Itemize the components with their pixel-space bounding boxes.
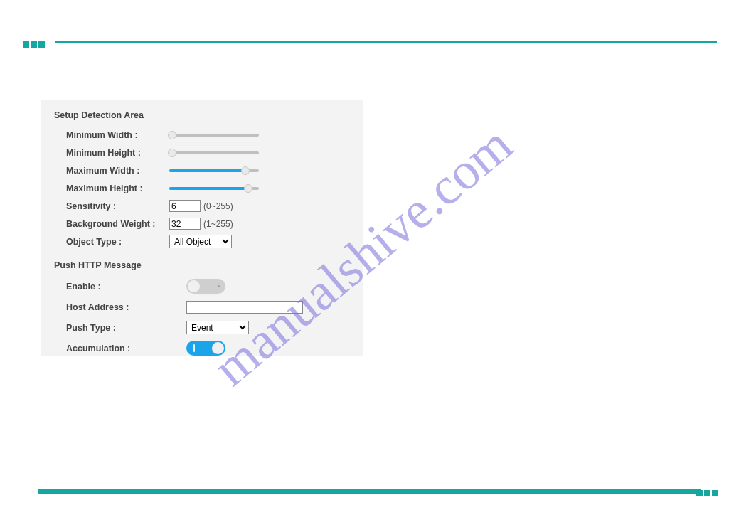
row-object-type: Object Type : All Object: [54, 233, 351, 250]
select-object-type[interactable]: All Object: [169, 235, 232, 248]
label-min-height: Minimum Height :: [54, 148, 169, 158]
range-bg-weight: (1~255): [203, 219, 233, 229]
row-sensitivity: Sensitivity : (0~255): [54, 197, 351, 215]
slider-min-width[interactable]: [169, 130, 259, 140]
label-accumulation: Accumulation :: [54, 344, 186, 353]
label-object-type: Object Type :: [54, 237, 169, 247]
label-push-type: Push Type :: [54, 323, 186, 333]
label-bg-weight: Background Weight :: [54, 219, 169, 229]
row-accumulation: Accumulation :: [54, 338, 351, 358]
select-push-type[interactable]: Event: [186, 321, 249, 334]
section-title-detection: Setup Detection Area: [54, 110, 351, 120]
input-sensitivity[interactable]: [169, 200, 201, 212]
label-sensitivity: Sensitivity :: [54, 201, 169, 211]
label-enable: Enable :: [54, 282, 186, 292]
row-bg-weight: Background Weight : (1~255): [54, 215, 351, 233]
header-ornament: [23, 41, 45, 48]
section-title-push-http: Push HTTP Message: [54, 260, 351, 270]
row-max-width: Maximum Width :: [54, 161, 351, 179]
range-sensitivity: (0~255): [203, 201, 233, 211]
input-host-address[interactable]: [186, 301, 303, 314]
label-host-address: Host Address :: [54, 302, 186, 312]
header-rule: [55, 41, 717, 43]
row-min-width: Minimum Width :: [54, 126, 351, 144]
row-push-type: Push Type : Event: [54, 317, 351, 338]
slider-max-width[interactable]: [169, 166, 259, 176]
row-max-height: Maximum Height :: [54, 179, 351, 197]
slider-max-height[interactable]: [169, 183, 259, 193]
toggle-accumulation[interactable]: [186, 341, 225, 356]
toggle-enable[interactable]: [186, 279, 225, 294]
label-min-width: Minimum Width :: [54, 130, 169, 140]
row-min-height: Minimum Height :: [54, 144, 351, 161]
footer-rule: [38, 489, 701, 494]
settings-panel: Setup Detection Area Minimum Width : Min…: [41, 100, 363, 356]
slider-min-height[interactable]: [169, 148, 259, 158]
footer-ornament: [696, 490, 718, 496]
row-enable: Enable :: [54, 276, 351, 297]
row-host-address: Host Address :: [54, 297, 351, 317]
input-bg-weight[interactable]: [169, 218, 201, 230]
label-max-width: Maximum Width :: [54, 166, 169, 176]
label-max-height: Maximum Height :: [54, 183, 169, 193]
